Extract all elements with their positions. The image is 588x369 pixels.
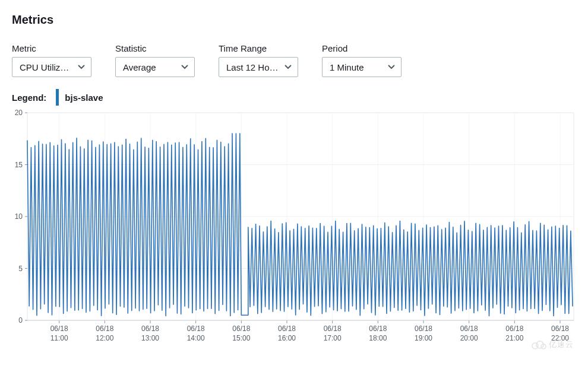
- legend-color-chip: [56, 89, 59, 106]
- metric-select[interactable]: CPU Utiliz…: [12, 57, 91, 77]
- chevron-down-icon: [78, 65, 85, 69]
- statistic-label: Statistic: [115, 43, 195, 53]
- control-metric: Metric CPU Utiliz…: [12, 43, 91, 77]
- controls-row: Metric CPU Utiliz… Statistic Average Tim…: [12, 43, 576, 77]
- cpu-line-chart: 0510152006/1811:0006/1812:0006/1813:0006…: [12, 109, 576, 346]
- svg-text:11:00: 11:00: [50, 334, 68, 342]
- legend-series-name: bjs-slave: [65, 93, 103, 103]
- timerange-label: Time Range: [219, 43, 298, 53]
- timerange-select[interactable]: Last 12 Ho…: [219, 57, 298, 77]
- chart-container: 0510152006/1811:0006/1812:0006/1813:0006…: [12, 109, 576, 346]
- statistic-select[interactable]: Average: [115, 57, 195, 77]
- svg-text:06/18: 06/18: [460, 325, 478, 333]
- period-select-value: 1 Minute: [330, 62, 382, 72]
- period-label: Period: [322, 43, 402, 53]
- svg-text:19:00: 19:00: [415, 334, 432, 342]
- statistic-select-value: Average: [123, 62, 175, 72]
- metric-select-value: CPU Utiliz…: [20, 62, 72, 72]
- chevron-down-icon: [284, 65, 292, 69]
- control-timerange: Time Range Last 12 Ho…: [219, 43, 298, 77]
- svg-text:06/18: 06/18: [50, 325, 68, 333]
- svg-text:06/18: 06/18: [96, 325, 113, 333]
- chevron-down-icon: [181, 65, 188, 69]
- svg-text:0: 0: [18, 316, 23, 325]
- svg-point-65: [532, 343, 538, 349]
- svg-text:5: 5: [18, 265, 23, 273]
- watermark-text: 亿速云: [549, 339, 574, 350]
- svg-text:06/18: 06/18: [187, 325, 205, 333]
- svg-text:13:00: 13:00: [141, 334, 159, 342]
- svg-text:17:00: 17:00: [324, 334, 342, 342]
- svg-text:06/18: 06/18: [232, 325, 250, 333]
- metric-label: Metric: [12, 43, 91, 53]
- svg-text:10: 10: [15, 212, 23, 221]
- svg-text:06/18: 06/18: [551, 325, 569, 333]
- page-title: Metrics: [12, 13, 576, 27]
- svg-text:06/18: 06/18: [369, 325, 387, 333]
- chevron-down-icon: [388, 65, 395, 69]
- svg-text:06/18: 06/18: [278, 325, 296, 333]
- svg-text:21:00: 21:00: [505, 334, 523, 342]
- timerange-select-value: Last 12 Ho…: [226, 62, 279, 72]
- period-select[interactable]: 1 Minute: [322, 57, 402, 77]
- svg-text:15: 15: [15, 161, 23, 169]
- watermark: 亿速云: [531, 339, 574, 350]
- svg-text:16:00: 16:00: [278, 334, 296, 342]
- svg-text:20:00: 20:00: [460, 334, 478, 342]
- control-statistic: Statistic Average: [115, 43, 195, 77]
- svg-text:15:00: 15:00: [232, 334, 250, 342]
- svg-text:18:00: 18:00: [369, 334, 387, 342]
- svg-text:14:00: 14:00: [187, 334, 205, 342]
- svg-text:06/18: 06/18: [415, 325, 432, 333]
- svg-text:06/18: 06/18: [141, 325, 159, 333]
- svg-text:12:00: 12:00: [96, 334, 113, 342]
- svg-text:06/18: 06/18: [324, 325, 342, 333]
- metrics-panel: Metrics Metric CPU Utiliz… Statistic Ave…: [0, 0, 588, 346]
- control-period: Period 1 Minute: [322, 43, 402, 77]
- legend: Legend: bjs-slave: [12, 89, 576, 106]
- svg-text:06/18: 06/18: [505, 325, 523, 333]
- legend-label: Legend:: [12, 93, 46, 103]
- svg-text:20: 20: [15, 109, 23, 117]
